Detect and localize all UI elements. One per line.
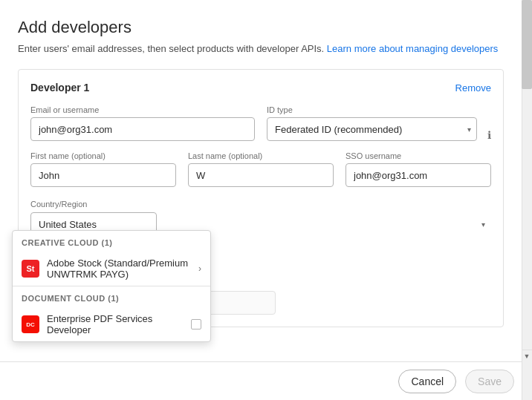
idtype-label: ID type <box>267 105 491 114</box>
page-wrapper: ▲ ▼ Add developers Enter users' email ad… <box>0 0 532 400</box>
idtype-row: Federated ID (recommended) ▾ ℹ <box>267 117 491 141</box>
product-dropdown: CREATIVE CLOUD (1) St Adobe Stock (Stand… <box>12 230 211 342</box>
pdf-name: Enterprise PDF Services Developer <box>47 313 184 335</box>
save-button[interactable]: Save <box>465 370 514 393</box>
firstname-label: First name (optional) <box>30 151 176 160</box>
idtype-select-wrapper: Federated ID (recommended) ▾ <box>267 117 477 141</box>
idtype-field-group: ID type Federated ID (recommended) ▾ ℹ <box>267 105 491 141</box>
idtype-select[interactable]: Federated ID (recommended) <box>267 117 477 141</box>
pdf-item[interactable]: DC Enterprise PDF Services Developer <box>13 307 210 341</box>
page-title: Add developers <box>18 18 504 37</box>
pdf-icon: DC <box>22 315 39 333</box>
stock-icon: St <box>22 260 39 278</box>
pdf-checkbox[interactable] <box>191 319 201 329</box>
country-chevron-icon: ▾ <box>481 220 485 229</box>
learn-more-link[interactable]: Learn more about managing developers <box>327 43 499 54</box>
info-icon[interactable]: ℹ <box>487 129 491 141</box>
creative-cloud-header: CREATIVE CLOUD (1) <box>13 231 210 252</box>
email-input[interactable] <box>30 117 255 141</box>
page-subtitle: Enter users' email addresses, then selec… <box>18 43 504 54</box>
lastname-input[interactable] <box>188 163 334 187</box>
remove-link[interactable]: Remove <box>455 82 491 94</box>
lastname-label: Last name (optional) <box>188 151 334 160</box>
cancel-button[interactable]: Cancel <box>398 370 456 393</box>
sso-input[interactable] <box>346 163 491 187</box>
email-label: Email or username <box>30 105 255 114</box>
sso-field-group: SSO username <box>346 151 491 187</box>
stock-chevron-icon: › <box>198 263 201 274</box>
document-cloud-header: DOCUMENT CLOUD (1) <box>13 286 210 307</box>
email-idtype-row: Email or username ID type Federated ID (… <box>30 105 491 141</box>
firstname-field-group: First name (optional) <box>30 151 176 187</box>
developer-card-header: Developer 1 Remove <box>30 82 491 94</box>
stock-name: Adobe Stock (Standard/Premium UNWTRMK PA… <box>47 258 191 280</box>
email-field-group: Email or username <box>30 105 255 141</box>
developer-label: Developer 1 <box>30 82 89 94</box>
name-sso-row: First name (optional) Last name (optiona… <box>30 151 491 187</box>
stock-item[interactable]: St Adobe Stock (Standard/Premium UNWTRMK… <box>13 252 210 286</box>
footer: Cancel Save <box>0 361 532 400</box>
country-label: Country/Region <box>30 200 87 209</box>
lastname-field-group: Last name (optional) <box>188 151 334 187</box>
firstname-input[interactable] <box>30 163 176 187</box>
sso-label: SSO username <box>346 151 491 160</box>
